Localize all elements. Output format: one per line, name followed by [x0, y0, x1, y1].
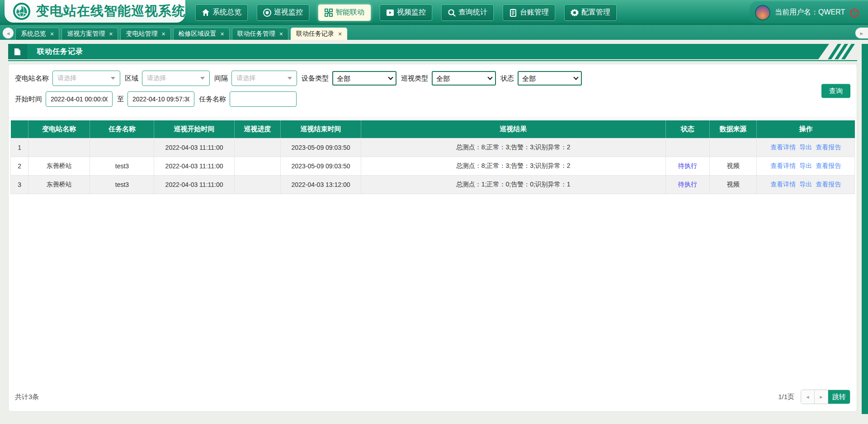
export-link[interactable]: 导出 [799, 162, 812, 169]
total-count: 共计3条 [15, 393, 39, 401]
device-type-select[interactable]: 全部 [332, 71, 396, 86]
nav-system-overview[interactable]: 系统总览 [195, 5, 248, 21]
task-record-table: 变电站名称 任务名称 巡视开始时间 巡视进度 巡视结束时间 巡视结果 状态 数据… [10, 120, 855, 194]
clipboard-icon [509, 9, 517, 17]
video-icon [386, 9, 394, 17]
nav-label: 配置管理 [581, 8, 610, 17]
next-page-icon[interactable]: ▸ [815, 390, 828, 404]
cell-result: 总测点：1;正常：0;告警：0;识别异常：1 [361, 175, 665, 194]
tabs-scroll-left-icon[interactable]: ◂ [3, 28, 14, 38]
area-label: 区域 [125, 74, 138, 83]
cell-status: 待执行 [665, 157, 709, 175]
cell-progress [234, 138, 281, 157]
interval-select[interactable]: 请选择 [231, 71, 297, 86]
chevron-down-icon [200, 77, 205, 80]
view-detail-link[interactable]: 查看详情 [770, 162, 796, 169]
patrol-type-label: 巡视类型 [401, 74, 428, 83]
filter-section: 变电站名称 请选择 区域 请选择 间隔 请选择 设备类型 全部 巡视类型 全部 … [9, 64, 857, 118]
cell-progress [234, 157, 281, 175]
tab-patrol-plan-management[interactable]: 巡视方案管理× [61, 28, 118, 40]
col-end-time: 巡视结束时间 [281, 120, 361, 138]
export-link[interactable]: 导出 [799, 143, 812, 151]
page-title: 联动任务记录 [37, 47, 83, 57]
to-label: 至 [117, 95, 124, 104]
start-time-label: 开始时间 [15, 95, 42, 104]
task-name-label: 任务名称 [199, 95, 226, 104]
logo-panel: 变电站在线智能巡视系统 [5, 0, 185, 23]
cell-status [665, 138, 709, 157]
view-report-link[interactable]: 查看报告 [816, 143, 841, 151]
close-icon[interactable]: × [50, 31, 54, 37]
cell-end: 2023-05-09 09:03:50 [281, 157, 361, 175]
cell-source: 视频 [709, 157, 757, 175]
cell-source: 视频 [709, 175, 757, 194]
chevron-down-icon [288, 77, 292, 80]
cell-station [28, 138, 90, 157]
tab-system-overview[interactable]: 系统总览× [15, 28, 59, 40]
prev-page-icon[interactable]: ◂ [801, 390, 815, 404]
nav-config-management[interactable]: 配置管理 [564, 5, 617, 21]
tab-linkage-task-management[interactable]: 联动任务管理× [232, 28, 288, 40]
grid-link-icon [325, 9, 333, 17]
pagination: 1/1页 ◂ ▸ 跳转 [778, 390, 850, 404]
app-header: 变电站在线智能巡视系统 系统总览 巡视监控 智能联动 视频监控 查询统计 [0, 0, 868, 25]
nav-video-monitor[interactable]: 视频监控 [380, 5, 432, 21]
nav-patrol-monitor[interactable]: 巡视监控 [257, 5, 309, 21]
page-indicator: 1/1页 [778, 393, 794, 401]
cell-actions: 查看详情导出查看报告 [757, 157, 855, 175]
cell-index: 3 [11, 175, 28, 194]
col-start-time: 巡视开始时间 [154, 120, 234, 138]
current-user: 当前用户名：QWERT [775, 8, 845, 17]
cell-station: 东善桥站 [28, 157, 90, 175]
patrol-type-select[interactable]: 全部 [432, 71, 496, 86]
close-icon[interactable]: × [279, 31, 283, 37]
nav-label: 视频监控 [397, 8, 426, 17]
nav-label: 巡视监控 [274, 8, 303, 17]
cell-status: 待执行 [665, 175, 709, 194]
state-grid-logo-icon [13, 2, 31, 20]
cell-actions: 查看详情导出查看报告 [757, 175, 855, 194]
start-time-input[interactable] [46, 91, 113, 107]
close-icon[interactable]: × [109, 31, 113, 37]
status-select[interactable]: 全部 [518, 71, 582, 86]
table-row: 1 2022-04-03 11:11:00 2023-05-09 09:03:5… [11, 138, 855, 157]
tab-linkage-task-record[interactable]: 联动任务记录× [291, 28, 347, 40]
interval-placeholder: 请选择 [236, 74, 255, 82]
view-report-link[interactable]: 查看报告 [816, 162, 841, 169]
cell-end: 2022-04-03 13:12:00 [281, 175, 361, 194]
nav-ledger-management[interactable]: 台账管理 [503, 5, 555, 21]
tab-substation-management[interactable]: 变电站管理× [120, 28, 170, 40]
page-title-bar: 联动任务记录 [8, 44, 857, 61]
gear-icon [571, 9, 579, 17]
cell-index: 1 [11, 138, 28, 157]
user-panel: 当前用户名：QWERT [750, 1, 868, 24]
tab-maintenance-area-setting[interactable]: 检修区域设置× [173, 28, 230, 40]
jump-button[interactable]: 跳转 [828, 390, 850, 404]
col-progress: 巡视进度 [234, 120, 281, 138]
main-panel: 变电站名称 请选择 区域 请选择 间隔 请选择 设备类型 全部 巡视类型 全部 … [8, 64, 857, 412]
station-select[interactable]: 请选择 [52, 71, 120, 86]
end-time-input[interactable] [127, 91, 194, 107]
close-icon[interactable]: × [161, 31, 165, 37]
cell-task [90, 138, 154, 157]
username: QWERT [818, 8, 845, 16]
nav-smart-linkage[interactable]: 智能联动 [318, 5, 371, 21]
view-detail-link[interactable]: 查看详情 [770, 143, 796, 151]
nav-label: 智能联动 [335, 8, 364, 17]
logout-power-icon[interactable] [849, 8, 859, 18]
task-name-input[interactable] [230, 91, 297, 107]
tab-label: 联动任务管理 [237, 30, 275, 38]
table-footer: 共计3条 1/1页 ◂ ▸ 跳转 [9, 384, 857, 411]
view-detail-link[interactable]: 查看详情 [770, 181, 796, 188]
area-select[interactable]: 请选择 [142, 71, 210, 86]
query-button[interactable]: 查询 [821, 84, 850, 98]
close-icon[interactable]: × [221, 31, 224, 37]
tab-label: 巡视方案管理 [67, 30, 105, 38]
cell-station: 东善桥站 [28, 175, 90, 194]
close-icon[interactable]: × [338, 31, 342, 37]
cell-start: 2022-04-03 11:11:00 [154, 157, 234, 175]
tabs-scroll-right-icon[interactable]: ▸ [855, 28, 868, 38]
nav-query-statistics[interactable]: 查询统计 [441, 5, 494, 21]
export-link[interactable]: 导出 [799, 181, 812, 188]
view-report-link[interactable]: 查看报告 [816, 181, 841, 188]
